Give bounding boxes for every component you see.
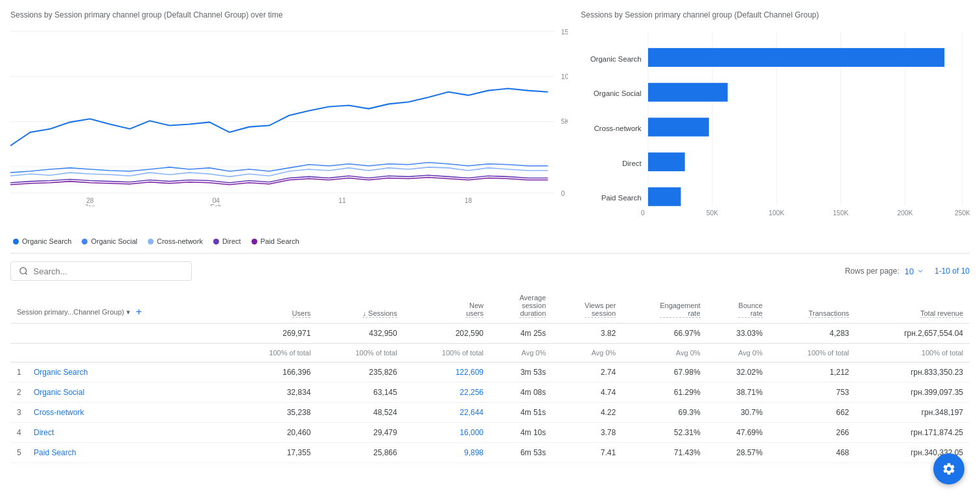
legend-item-organic-search: Organic Search: [13, 237, 71, 245]
channel-cell[interactable]: Organic Search: [34, 368, 88, 377]
col-header-engagement-rate: Engagement rate: [622, 289, 706, 324]
bar-chart-title: Sessions by Session primary channel grou…: [581, 10, 970, 19]
col-header-channel: Session primary...Channel Group) ▾ +: [10, 289, 231, 324]
channel-cell[interactable]: Paid Search: [34, 448, 76, 457]
svg-rect-36: [648, 187, 681, 206]
col-header-views-per-session: Views per session: [552, 289, 622, 324]
total-bounce-rate: 33.03%: [707, 324, 769, 344]
col-header-total-revenue: Total revenue: [856, 289, 970, 324]
totals-sub-row: 100% of total 100% of total 100% of tota…: [10, 344, 970, 363]
legend-label-organic-social: Organic Social: [91, 237, 137, 245]
sort-down-icon: ↓: [362, 309, 368, 317]
svg-text:50K: 50K: [706, 209, 718, 217]
table-controls: Rows per page: 10 1-10 of 10: [10, 261, 970, 281]
rank-cell: 4: [17, 428, 21, 437]
rank-cell: 2: [17, 388, 21, 397]
rows-per-page-label: Rows per page:: [845, 267, 899, 276]
svg-point-37: [20, 268, 27, 274]
svg-text:200K: 200K: [897, 209, 913, 217]
total-views-per-session: 3.82: [552, 324, 622, 344]
total-users: 269,971: [231, 324, 317, 344]
svg-rect-34: [648, 152, 685, 171]
search-box[interactable]: [10, 261, 192, 281]
svg-text:10K: 10K: [561, 73, 568, 80]
legend-item-direct: Direct: [213, 237, 241, 245]
rank-cell: 5: [17, 448, 21, 457]
svg-text:Paid Search: Paid Search: [601, 194, 642, 202]
legend-dot-organic-social: [82, 239, 88, 244]
rows-per-page-value: 10: [904, 267, 913, 276]
legend-label-paid-search: Paid Search: [261, 237, 299, 245]
fab-button[interactable]: [933, 453, 964, 484]
svg-text:100K: 100K: [769, 209, 784, 217]
svg-text:11: 11: [338, 197, 346, 204]
table-row: 3 Cross-network 35,238 48,524 22,644 4m …: [10, 403, 970, 423]
page-info: 1-10 of 10: [935, 267, 970, 276]
rows-per-page-select[interactable]: 10: [904, 267, 924, 276]
data-table: Session primary...Channel Group) ▾ + Use…: [10, 289, 970, 463]
svg-text:5K: 5K: [561, 118, 568, 125]
bar-chart-svg: 0 50K 100K 150K 200K 250K Organic Search…: [581, 25, 970, 232]
svg-rect-28: [648, 48, 944, 67]
col-header-sessions: ↓ Sessions: [317, 289, 403, 324]
svg-rect-30: [648, 83, 728, 102]
table-header-row: Session primary...Channel Group) ▾ + Use…: [10, 289, 970, 324]
total-new-users: 202,590: [404, 324, 490, 344]
search-input[interactable]: [34, 267, 183, 276]
svg-text:Organic Search: Organic Search: [590, 55, 642, 63]
total-revenue: грн.2,657,554.04: [856, 324, 970, 344]
total-avg-session: 4m 25s: [490, 324, 552, 344]
table-row: 4 Direct 20,460 29,479 16,000 4m 10s 3.7…: [10, 423, 970, 443]
col-header-new-users: New users: [404, 289, 490, 324]
legend-item-organic-social: Organic Social: [82, 237, 137, 245]
totals-row: 269,971 432,950 202,590 4m 25s 3.82 66.9…: [10, 324, 970, 344]
table-row: 1 Organic Search 166,396 235,826 122,609…: [10, 363, 970, 383]
chart-legend: Organic Search Organic Social Cross-netw…: [10, 237, 568, 245]
table-row: 5 Paid Search 17,355 25,866 9,898 6m 53s…: [10, 443, 970, 463]
svg-text:Organic Social: Organic Social: [594, 89, 642, 97]
total-sessions: 432,950: [317, 324, 403, 344]
channel-cell[interactable]: Cross-network: [34, 408, 84, 417]
legend-dot-organic-search: [13, 239, 19, 244]
dropdown-arrow-icon: [916, 267, 924, 275]
legend-item-paid-search: Paid Search: [251, 237, 299, 245]
legend-dot-cross-network: [148, 239, 154, 244]
svg-text:150K: 150K: [833, 209, 848, 217]
legend-item-cross-network: Cross-network: [148, 237, 203, 245]
svg-text:0: 0: [641, 209, 645, 217]
line-chart-svg: 15K 10K 5K 0 28 Jan: [10, 25, 568, 206]
col-header-transactions: Transactions: [769, 289, 856, 324]
table-row: 2 Organic Social 32,834 63,145 22,256 4m…: [10, 383, 970, 403]
rank-cell: 1: [17, 368, 21, 377]
legend-dot-paid-search: [251, 239, 257, 244]
col-header-bounce-rate: Bounce rate: [707, 289, 769, 324]
legend-label-cross-network: Cross-network: [157, 237, 203, 245]
channel-dropdown-icon[interactable]: ▾: [126, 308, 130, 316]
channel-cell[interactable]: Direct: [34, 428, 54, 437]
svg-line-38: [25, 273, 27, 275]
svg-text:250K: 250K: [955, 209, 970, 217]
svg-text:Cross-network: Cross-network: [594, 125, 641, 132]
col-header-avg-session: Average session duration: [490, 289, 552, 324]
svg-text:Jan: Jan: [85, 204, 96, 206]
search-icon: [19, 266, 29, 276]
legend-label-direct: Direct: [222, 237, 241, 245]
line-chart-title: Sessions by Session primary channel grou…: [10, 10, 568, 19]
rank-cell: 3: [17, 408, 21, 417]
settings-icon: [942, 462, 956, 476]
add-column-button[interactable]: +: [135, 306, 141, 318]
total-transactions: 4,283: [769, 324, 856, 344]
total-engagement-rate: 66.97%: [622, 324, 706, 344]
col-header-users: Users: [231, 289, 317, 324]
legend-label-organic-search: Organic Search: [22, 237, 71, 245]
svg-text:Feb: Feb: [211, 204, 222, 206]
svg-text:15K: 15K: [561, 28, 568, 35]
legend-dot-direct: [213, 239, 219, 244]
svg-rect-32: [648, 117, 709, 136]
svg-text:Direct: Direct: [622, 160, 642, 167]
channel-cell[interactable]: Organic Social: [34, 388, 84, 397]
svg-text:0: 0: [561, 190, 565, 197]
svg-text:18: 18: [465, 197, 472, 204]
